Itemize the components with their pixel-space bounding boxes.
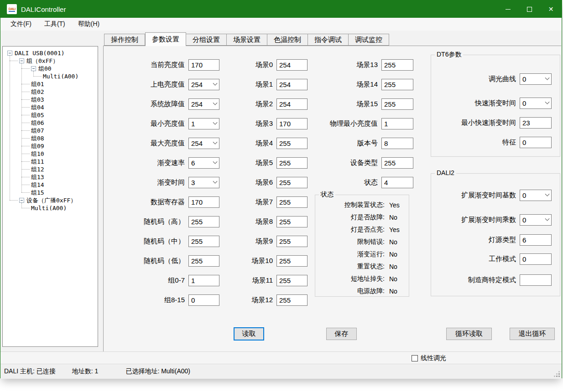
- tab-1[interactable]: 参数设置: [145, 32, 186, 46]
- dt6-3-input[interactable]: [520, 137, 552, 148]
- tree-item-18[interactable]: 组15: [3, 189, 98, 196]
- col1-10-input[interactable]: [188, 255, 219, 267]
- tree-connector: [21, 208, 30, 208]
- col1-5-combobox[interactable]: 6: [188, 157, 219, 169]
- resize-grip[interactable]: [554, 371, 562, 379]
- exit-loop-button[interactable]: 退出循环: [510, 328, 555, 340]
- tree-item-19[interactable]: 设备（广播0xFF）: [3, 196, 98, 204]
- col1-12-input[interactable]: [188, 294, 219, 306]
- menu-item-1[interactable]: 工具(T): [38, 18, 72, 31]
- col2-9-input[interactable]: [276, 236, 308, 247]
- tree-item-label: 组03: [31, 96, 44, 104]
- tree-item-5[interactable]: 组02: [3, 88, 98, 96]
- status-row-value: No: [389, 214, 397, 221]
- col2-7-input[interactable]: [276, 196, 308, 208]
- col1-1-combobox[interactable]: 254: [188, 79, 219, 90]
- param-column-3: 场景13场景14场景15物理最小亮度值版本号设备类型状态: [311, 59, 413, 196]
- col1-3-value: 1: [191, 120, 195, 128]
- minimize-button[interactable]: [497, 0, 519, 18]
- tree-connector: [33, 76, 42, 77]
- col3-1-input[interactable]: [381, 79, 413, 90]
- col2-3-input[interactable]: [276, 118, 308, 129]
- tree-item-1[interactable]: 组（0xFF）: [3, 57, 98, 65]
- tab-4[interactable]: 色温控制: [267, 34, 308, 46]
- loop-read-button[interactable]: 循环读取: [446, 328, 492, 340]
- col1-7-row: 数据寄存器: [116, 196, 219, 208]
- col2-5-input[interactable]: [276, 157, 308, 169]
- col1-2-combobox[interactable]: 254: [188, 98, 219, 110]
- col2-1-input[interactable]: [276, 79, 308, 90]
- tree-expander-minus-icon[interactable]: [19, 58, 24, 63]
- tree-item-14[interactable]: 组11: [3, 158, 98, 165]
- tab-6[interactable]: 调试监控: [349, 34, 389, 46]
- dali2-2-input[interactable]: [520, 234, 552, 246]
- tree-expander-minus-icon[interactable]: [7, 51, 12, 56]
- save-button[interactable]: 保存: [326, 328, 357, 340]
- tree-item-10[interactable]: 组07: [3, 127, 98, 134]
- dali2-4-input[interactable]: [520, 274, 552, 286]
- col2-0-input[interactable]: [276, 59, 308, 71]
- col1-4-combobox[interactable]: 254: [188, 138, 219, 149]
- chevron-down-icon: [545, 76, 550, 80]
- col3-0-input[interactable]: [381, 59, 413, 71]
- linear-dimming-option[interactable]: 线性调光: [412, 354, 446, 362]
- col1-7-input[interactable]: [188, 196, 219, 208]
- tree-connector: [21, 154, 30, 154]
- tab-2[interactable]: 分组设置: [186, 34, 227, 46]
- read-button[interactable]: 读取: [234, 327, 264, 340]
- dt6-1-combobox[interactable]: 0: [520, 98, 552, 109]
- col1-3-combobox[interactable]: 1: [188, 118, 219, 129]
- linear-dimming-checkbox[interactable]: [412, 355, 418, 361]
- col2-12-input[interactable]: [276, 294, 308, 306]
- tab-0[interactable]: 操作控制: [104, 34, 145, 46]
- tree-expander-minus-icon[interactable]: [31, 66, 36, 71]
- tree-item-4[interactable]: 组01: [3, 80, 98, 88]
- tree-item-11[interactable]: 组08: [3, 134, 98, 142]
- tree-item-3[interactable]: Multi(A00): [3, 72, 98, 80]
- menu-bar: 文件(F)工具(T)帮助(H): [0, 18, 562, 31]
- dali2-1-combobox[interactable]: 0: [520, 214, 552, 226]
- tree-item-20[interactable]: Multi(A00): [3, 204, 98, 212]
- tree-item-13[interactable]: 组10: [3, 150, 98, 158]
- dt6-0-combobox[interactable]: 0: [520, 73, 552, 85]
- tab-3[interactable]: 场景设置: [227, 34, 267, 46]
- tree-item-0[interactable]: DALI USB(0001): [3, 49, 98, 57]
- dt6-2-input[interactable]: [520, 117, 552, 129]
- tree-item-8[interactable]: 组05: [3, 111, 98, 119]
- tree-item-16[interactable]: 组13: [3, 173, 98, 181]
- menu-item-2[interactable]: 帮助(H): [72, 18, 106, 31]
- col2-11-input[interactable]: [276, 275, 308, 286]
- col2-8-input[interactable]: [276, 216, 308, 227]
- col1-8-input[interactable]: [188, 216, 219, 227]
- col3-2-input[interactable]: [381, 98, 413, 110]
- col2-2-input[interactable]: [276, 98, 308, 110]
- col3-4-input[interactable]: [381, 138, 413, 149]
- tree-expander-minus-icon[interactable]: [19, 198, 24, 203]
- tree-item-6[interactable]: 组03: [3, 96, 98, 103]
- col3-5-input[interactable]: [381, 157, 413, 169]
- status-row-label: 控制装置状态:: [315, 201, 385, 209]
- tree-item-2[interactable]: 组00: [3, 65, 98, 72]
- status-row-value: No: [389, 288, 397, 295]
- col1-9-input[interactable]: [188, 236, 219, 247]
- col2-10-input[interactable]: [276, 255, 308, 267]
- dali2-0-combobox[interactable]: 0: [520, 190, 552, 201]
- tree-item-15[interactable]: 组12: [3, 165, 98, 173]
- menu-item-0[interactable]: 文件(F): [4, 18, 38, 31]
- tree-item-9[interactable]: 组06: [3, 119, 98, 127]
- col2-4-input[interactable]: [276, 138, 308, 149]
- dali2-3-input[interactable]: [520, 253, 552, 265]
- tree-item-7[interactable]: 组04: [3, 103, 98, 111]
- tree-connector: [21, 138, 30, 139]
- col2-6-input[interactable]: [276, 177, 308, 188]
- col1-0-input[interactable]: [188, 59, 219, 71]
- col1-11-input[interactable]: [188, 275, 219, 286]
- close-button[interactable]: ✕: [540, 0, 562, 18]
- tree-item-12[interactable]: 组09: [3, 142, 98, 150]
- tab-5[interactable]: 指令调试: [308, 34, 349, 46]
- col3-3-input[interactable]: [381, 118, 413, 129]
- tree-item-17[interactable]: 组14: [3, 181, 98, 189]
- maximize-button[interactable]: [519, 0, 540, 18]
- col3-6-input[interactable]: [381, 177, 413, 188]
- col1-6-combobox[interactable]: 3: [188, 177, 219, 188]
